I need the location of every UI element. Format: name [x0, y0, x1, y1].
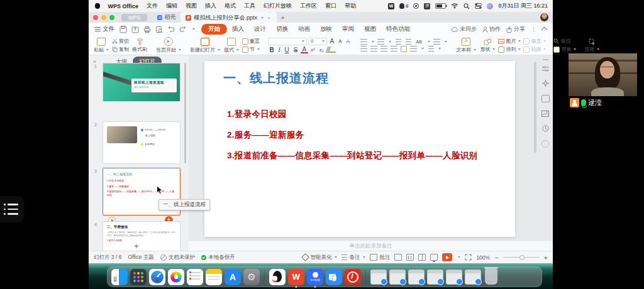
- new-slide-plus-button[interactable]: +: [134, 241, 139, 251]
- char-spacing-button[interactable]: AB: [414, 40, 423, 44]
- wifi-icon[interactable]: [451, 3, 458, 9]
- normal-view-button[interactable]: [394, 254, 402, 261]
- canvas-scrollbar[interactable]: [534, 62, 536, 153]
- close-window-button[interactable]: [93, 15, 98, 20]
- slide-text-line[interactable]: 1.登录今日校园: [227, 109, 287, 120]
- notes-dock-icon[interactable]: [206, 269, 222, 285]
- zoom-level[interactable]: 100%: [476, 254, 490, 261]
- app-store-dock-icon[interactable]: A: [225, 269, 241, 285]
- menu-insert[interactable]: 插入: [201, 2, 221, 10]
- slide-title[interactable]: 一、线上报道流程: [223, 70, 329, 87]
- ribbon-tab-animation[interactable]: 动画: [293, 24, 315, 35]
- menu-tools[interactable]: 工具: [240, 2, 260, 10]
- menu-window[interactable]: 窗口: [321, 2, 341, 10]
- slide-layout-button[interactable]: 版式: [222, 36, 241, 55]
- font-family-select[interactable]: [268, 38, 307, 45]
- wps-home-button[interactable]: WPS: [121, 14, 147, 21]
- highlight-pen-icon[interactable]: [326, 46, 338, 53]
- collapse-ribbon-icon[interactable]: [541, 27, 548, 33]
- redo-icon[interactable]: [179, 26, 187, 33]
- finder-dock-icon[interactable]: [111, 269, 128, 285]
- today-campus-dock-icon[interactable]: 今日校园: [307, 269, 323, 285]
- play-from-current-button[interactable]: 当页开始: [154, 36, 183, 55]
- settings-sliders-icon[interactable]: [542, 66, 549, 72]
- minimized-window-thumbnail[interactable]: [408, 270, 425, 285]
- protect-status[interactable]: 文档未保护: [160, 254, 196, 261]
- wps-office-dock-icon[interactable]: W: [288, 269, 304, 285]
- textbox-button[interactable]: A 文本框: [454, 36, 478, 55]
- picture-button[interactable]: 图片: [498, 38, 521, 45]
- menu-edit[interactable]: 编辑: [162, 2, 182, 10]
- menu-file[interactable]: 文件: [143, 2, 162, 10]
- presenter-view-button[interactable]: [430, 254, 438, 261]
- menu-view[interactable]: 视图: [182, 2, 201, 10]
- sync-status-button[interactable]: 未同步: [451, 25, 477, 33]
- new-tab-button[interactable]: +: [277, 14, 289, 21]
- tab-close-icon[interactable]: ×: [266, 15, 272, 21]
- minimized-window-thumbnail[interactable]: [465, 270, 481, 285]
- arrange-button[interactable]: 排列: [498, 46, 521, 53]
- decrease-indent-button[interactable]: [396, 39, 401, 45]
- slide-page[interactable]: 一、线上报道流程 1.登录今日校园 2.服务——迎新服务 3.报道前准备——信息…: [204, 61, 515, 237]
- menubar-clock[interactable]: 8月31日 周三 16:21: [498, 2, 548, 10]
- system-settings-dock-icon[interactable]: ⚙: [243, 269, 260, 285]
- align-right-button[interactable]: [380, 46, 387, 52]
- line-spacing-button[interactable]: [433, 39, 440, 45]
- new-slide-button[interactable]: 新建幻灯片: [188, 36, 222, 55]
- ribbon-tab-design[interactable]: 设计: [249, 24, 271, 35]
- clear-format-button[interactable]: A: [345, 38, 352, 45]
- ribbon-tab-review[interactable]: 审阅: [337, 24, 359, 35]
- play-options-icon[interactable]: [458, 256, 460, 258]
- screen-record-icon[interactable]: [413, 3, 419, 9]
- paste-button[interactable]: 粘贴: [92, 36, 111, 55]
- more-options-icon[interactable]: ⋮: [531, 26, 536, 33]
- decrease-font-button[interactable]: A: [337, 38, 343, 44]
- notes-bar[interactable]: 单击此处添加备注: [189, 241, 553, 251]
- safari-dock-icon[interactable]: [149, 269, 165, 285]
- zoom-slider-knob[interactable]: [519, 255, 525, 260]
- subscript-button[interactable]: x₂: [318, 47, 325, 53]
- increase-font-button[interactable]: A: [328, 38, 336, 45]
- tab-docer[interactable]: D 稻壳: [152, 13, 180, 21]
- history-clock-icon[interactable]: [542, 125, 549, 132]
- font-color-button[interactable]: A: [301, 46, 308, 53]
- font-size-select[interactable]: 0: [308, 38, 327, 45]
- trash-dock-icon[interactable]: [485, 269, 497, 285]
- justify-button[interactable]: [391, 46, 397, 52]
- zoom-slider[interactable]: [503, 257, 540, 258]
- align-left-button[interactable]: [360, 46, 367, 52]
- beautify-sparkle-icon[interactable]: [542, 80, 549, 87]
- minimize-window-button[interactable]: [101, 15, 106, 20]
- panel-handle[interactable]: [543, 59, 548, 60]
- ribbon-tab-insert[interactable]: 插入: [227, 24, 249, 35]
- zoom-window-button[interactable]: [109, 15, 114, 20]
- apple-menu-icon[interactable]: [95, 3, 100, 9]
- help-icon[interactable]: [541, 140, 549, 148]
- wps-menubar-icon[interactable]: W: [388, 3, 394, 9]
- menu-format[interactable]: 格式: [221, 2, 240, 10]
- zoom-in-button[interactable]: +: [544, 254, 548, 261]
- control-center-icon[interactable]: [475, 3, 482, 9]
- tencent-meeting-dock-icon[interactable]: [326, 269, 342, 285]
- distribute-button[interactable]: [401, 46, 407, 52]
- siri-icon[interactable]: [487, 3, 493, 9]
- underline-button[interactable]: U: [283, 46, 291, 53]
- print-preview-icon[interactable]: [155, 26, 163, 33]
- zoom-out-button[interactable]: −: [494, 254, 498, 261]
- format-painter-button[interactable]: 格式刷: [130, 36, 149, 55]
- account-avatar[interactable]: [540, 13, 548, 21]
- cut-button[interactable]: 剪切: [112, 38, 129, 45]
- slide-thumbnail-4[interactable]: 二、学费缴纳 ·试报道会于9月1日《教学安排》确认报到，三年制大专学校查询 ·支…: [103, 221, 180, 251]
- share-button[interactable]: 分享: [506, 25, 525, 33]
- ribbon-tab-features[interactable]: 特色功能: [381, 24, 415, 35]
- increase-indent-button[interactable]: [406, 39, 411, 45]
- fullscreen-icon[interactable]: [465, 254, 472, 261]
- bullet-list-button[interactable]: [360, 39, 367, 45]
- minimized-window-thumbnail[interactable]: [389, 270, 406, 285]
- spotlight-search-icon[interactable]: [464, 3, 470, 9]
- meeting-list-widget[interactable]: [0, 196, 24, 222]
- italic-button[interactable]: I: [277, 46, 282, 53]
- minimized-window-thumbnail[interactable]: [370, 270, 387, 285]
- image-panel-icon[interactable]: [541, 111, 549, 117]
- paragraph-more-button[interactable]: [428, 46, 434, 52]
